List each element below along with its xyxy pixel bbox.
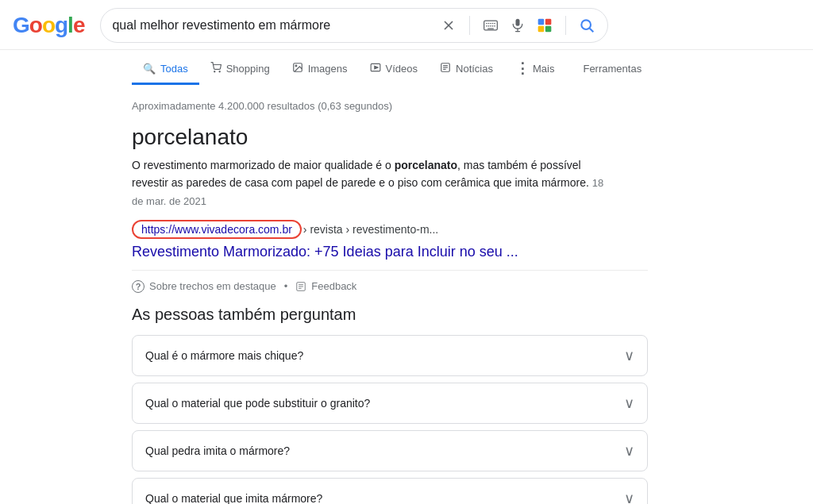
featured-title: porcelanato [132, 125, 648, 150]
shopping-icon [210, 62, 222, 75]
search-bar: qual melhor revestimento em mármore [100, 8, 608, 43]
paa-question-2: Qual pedra imita o mármore? [145, 444, 290, 457]
separator: • [284, 280, 288, 292]
paa-item-2[interactable]: Qual pedra imita o mármore? ∨ [132, 430, 648, 471]
voice-icon[interactable] [508, 16, 527, 35]
featured-result: porcelanato O revestimento marmorizado d… [132, 125, 648, 293]
tab-ferramentas[interactable]: Ferramentas [572, 55, 653, 85]
svg-rect-14 [516, 19, 520, 26]
result-url-circled[interactable]: https://www.vivadecora.com.br [132, 220, 302, 239]
tab-todas[interactable]: 🔍 Todas [132, 55, 199, 85]
svg-point-23 [214, 71, 214, 71]
result-url-rest: › revista › revestimento-m... [303, 223, 438, 236]
keyboard-icon[interactable] [481, 16, 500, 35]
divider-2 [565, 16, 566, 35]
divider-line [132, 270, 648, 271]
mais-icon: ⋮ [515, 60, 530, 77]
todas-icon: 🔍 [143, 63, 156, 75]
svg-point-26 [295, 65, 297, 67]
results-count: Aproximadamente 4.200.000 resultados (0,… [132, 100, 681, 112]
paa-question-3: Qual o material que imita mármore? [145, 492, 322, 504]
tab-noticias[interactable]: Notícias [429, 54, 504, 86]
chevron-icon-2: ∨ [624, 442, 634, 460]
svg-rect-18 [545, 19, 552, 25]
videos-icon [370, 62, 381, 75]
feedback-icon-wrapper [295, 281, 306, 292]
google-logo: Google [13, 14, 84, 43]
svg-marker-28 [374, 66, 377, 69]
paa-item-0[interactable]: Qual é o mármore mais chique? ∨ [132, 335, 648, 376]
svg-rect-20 [545, 26, 552, 33]
search-icon[interactable] [577, 16, 596, 35]
lens-icon[interactable] [535, 16, 554, 35]
tab-noticias-label: Notícias [456, 63, 493, 75]
tab-mais-label: Mais [533, 63, 554, 75]
tab-mais[interactable]: ⋮ Mais [504, 52, 565, 87]
svg-line-22 [590, 29, 594, 33]
desc-bold: porcelanato [395, 159, 457, 171]
desc-before: O revestimento marmorizado de maior qual… [132, 159, 395, 171]
noticias-icon [440, 62, 451, 75]
paa-title: As pessoas também perguntam [132, 306, 648, 324]
svg-point-21 [582, 20, 591, 29]
paa-item-3[interactable]: Qual o material que imita mármore? ∨ [132, 478, 648, 504]
feedback-label[interactable]: Feedback [311, 280, 356, 292]
paa-question-0: Qual é o mármore mais chique? [145, 349, 303, 362]
tab-videos-label: Vídeos [386, 63, 418, 75]
clear-button[interactable] [439, 16, 458, 35]
tab-imagens[interactable]: Imagens [281, 54, 359, 86]
result-link[interactable]: Revestimento Marmorizado: +75 Ideias par… [132, 244, 648, 260]
search-input[interactable]: qual melhor revestimento em mármore [112, 18, 439, 33]
header: Google qual melhor revestimento em mármo… [0, 0, 813, 50]
tab-videos[interactable]: Vídeos [359, 54, 429, 86]
sobre-trechos-label[interactable]: Sobre trechos em destaque [149, 280, 276, 292]
chevron-icon-1: ∨ [624, 394, 634, 412]
imagens-icon [292, 62, 303, 75]
chevron-icon-3: ∨ [624, 490, 634, 504]
paa-question-1: Qual o material que pode substituir o gr… [145, 397, 370, 410]
tab-ferramentas-label: Ferramentas [583, 63, 642, 75]
svg-rect-19 [538, 26, 545, 33]
chevron-icon-0: ∨ [624, 347, 634, 364]
tab-imagens-label: Imagens [308, 63, 348, 75]
tab-shopping[interactable]: Shopping [199, 54, 281, 86]
svg-point-24 [219, 71, 220, 71]
divider [469, 16, 470, 35]
result-url-row: https://www.vivadecora.com.br › revista … [132, 220, 648, 239]
svg-rect-17 [538, 19, 545, 25]
featured-description: O revestimento marmorizado de maior qual… [132, 156, 608, 210]
feedback-row: ? Sobre trechos em destaque • Feedback [132, 280, 648, 293]
nav-tabs: 🔍 Todas Shopping Imagens Vídeos Notícias… [0, 52, 813, 87]
tab-shopping-label: Shopping [226, 63, 270, 75]
question-icon[interactable]: ? [132, 280, 144, 293]
main-content: Aproximadamente 4.200.000 resultados (0,… [0, 87, 813, 504]
tab-todas-label: Todas [160, 63, 188, 75]
paa-section: As pessoas também perguntam Qual é o már… [132, 306, 648, 504]
paa-item-1[interactable]: Qual o material que pode substituir o gr… [132, 383, 648, 424]
